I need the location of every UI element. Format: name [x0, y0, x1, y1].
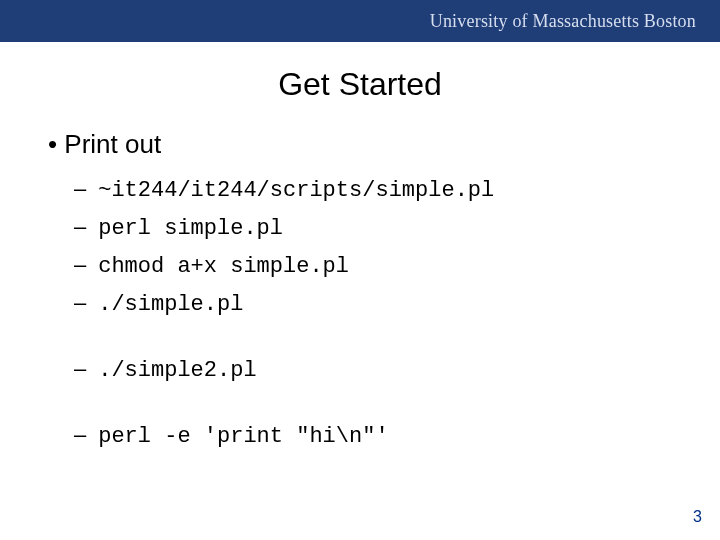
header-band: University of Massachusetts Boston	[0, 0, 720, 42]
list-item: –chmod a+x simple.pl	[74, 250, 692, 282]
list-item: –perl -e 'print "hi\n"'	[74, 420, 692, 452]
command-text: ~it244/it244/scripts/simple.pl	[98, 178, 494, 203]
command-group-a: –~it244/it244/scripts/simple.pl –perl si…	[74, 174, 692, 320]
command-text: perl -e 'print "hi\n"'	[98, 424, 388, 449]
bullet-print-out: Print out	[40, 129, 692, 160]
university-name: University of Massachusetts Boston	[430, 11, 696, 32]
slide-content: Print out –~it244/it244/scripts/simple.p…	[0, 129, 720, 451]
command-text: ./simple.pl	[98, 292, 243, 317]
list-item: –~it244/it244/scripts/simple.pl	[74, 174, 692, 206]
command-text: chmod a+x simple.pl	[98, 254, 349, 279]
list-item: –perl simple.pl	[74, 212, 692, 244]
list-item: –./simple.pl	[74, 288, 692, 320]
command-group-b: –./simple2.pl	[74, 354, 692, 386]
slide-title: Get Started	[0, 66, 720, 103]
slide: University of Massachusetts Boston Get S…	[0, 0, 720, 540]
list-item: –./simple2.pl	[74, 354, 692, 386]
page-number: 3	[693, 508, 702, 526]
command-text: perl simple.pl	[98, 216, 283, 241]
command-group-c: –perl -e 'print "hi\n"'	[74, 420, 692, 452]
command-text: ./simple2.pl	[98, 358, 256, 383]
